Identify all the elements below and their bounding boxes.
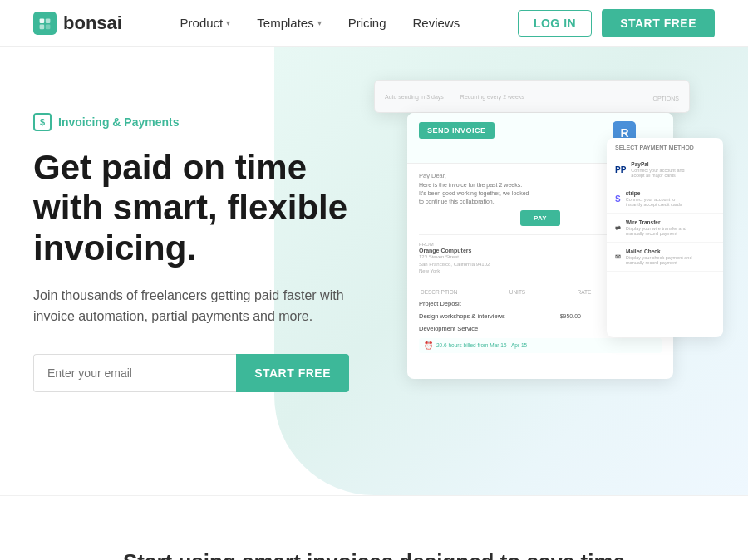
logo[interactable]: bonsai xyxy=(33,12,122,35)
invoicing-icon: $ xyxy=(33,113,52,131)
wire-label: Wire Transfer xyxy=(626,219,686,225)
invoice-tracking: ⏰ 20.6 hours billed from Mar 15 - Apr 15 xyxy=(419,338,662,353)
product-chevron-icon: ▾ xyxy=(226,18,230,27)
nav-templates[interactable]: Templates ▾ xyxy=(247,11,331,35)
paypal-icon: PP xyxy=(615,165,626,174)
stripe-label: stripe xyxy=(626,190,682,196)
topbar-item-2: Recurring every 2 weeks xyxy=(460,94,524,100)
paypal-sub: Connect your account andaccept all major… xyxy=(631,168,684,178)
nav-actions: LOG IN START FREE xyxy=(518,9,715,37)
nav-links: Product ▾ Templates ▾ Pricing Reviews xyxy=(170,11,470,35)
payment-options-card: Select Payment Method PP PayPal Connect … xyxy=(607,138,723,337)
start-free-hero-button[interactable]: START FREE xyxy=(236,354,349,392)
svg-rect-3 xyxy=(46,24,51,29)
stripe-icon: S xyxy=(615,194,621,204)
svg-rect-2 xyxy=(40,24,45,29)
paypal-option: PP PayPal Connect your account andaccept… xyxy=(607,155,723,184)
nav-reviews[interactable]: Reviews xyxy=(403,11,470,35)
nav-product[interactable]: Product ▾ xyxy=(170,11,241,35)
hero-form: START FREE xyxy=(33,354,349,392)
wire-icon: ⇄ xyxy=(615,224,621,232)
nav-pricing[interactable]: Pricing xyxy=(338,11,396,35)
invoice-mockup: Auto sending in 3 days Recurring every 2… xyxy=(374,71,723,454)
templates-chevron-icon: ▾ xyxy=(317,18,322,27)
logo-icon xyxy=(33,12,57,35)
svg-rect-1 xyxy=(46,18,51,23)
start-free-nav-button[interactable]: START FREE xyxy=(602,9,715,37)
topbar-item-1: Auto sending in 3 days xyxy=(385,94,444,100)
svg-rect-0 xyxy=(40,18,45,23)
send-invoice-button[interactable]: SEND INVOICE xyxy=(419,122,495,139)
clock-icon: ⏰ xyxy=(424,341,433,350)
stripe-sub: Connect your account toinstantly accept … xyxy=(626,197,682,207)
login-button[interactable]: LOG IN xyxy=(518,10,592,37)
paypal-label: PayPal xyxy=(631,161,684,167)
wire-option: ⇄ Wire Transfer Display your wire transf… xyxy=(607,214,723,243)
check-option: ✉ Mailed Check Display your check paymen… xyxy=(607,243,723,272)
options-title: Select Payment Method xyxy=(607,138,723,155)
email-input[interactable] xyxy=(33,354,236,392)
hero-section: $ Invoicing & Payments Get paid on time … xyxy=(0,47,748,495)
hero-subtitle: Join thousands of freelancers getting pa… xyxy=(33,285,382,327)
hero-title: Get paid on time with smart, flexible in… xyxy=(33,148,382,268)
wire-sub: Display your wire transfer andmanually r… xyxy=(626,226,686,236)
bottom-section: Start using smart invoices designed to s… xyxy=(0,495,748,560)
check-sub: Display your check payment andmanually r… xyxy=(626,255,691,265)
logo-text: bonsai xyxy=(63,12,122,34)
navbar: bonsai Product ▾ Templates ▾ Pricing Rev… xyxy=(0,0,748,47)
check-icon: ✉ xyxy=(615,253,621,261)
check-label: Mailed Check xyxy=(626,248,691,254)
hero-badge: $ Invoicing & Payments xyxy=(33,113,382,131)
mockup-topbar: Auto sending in 3 days Recurring every 2… xyxy=(374,80,690,113)
pay-button[interactable]: PAY xyxy=(520,210,560,226)
stripe-option: S stripe Connect your account toinstantl… xyxy=(607,184,723,214)
bottom-title: Start using smart invoices designed to s… xyxy=(108,546,640,560)
hero-content: $ Invoicing & Payments Get paid on time … xyxy=(33,96,382,392)
